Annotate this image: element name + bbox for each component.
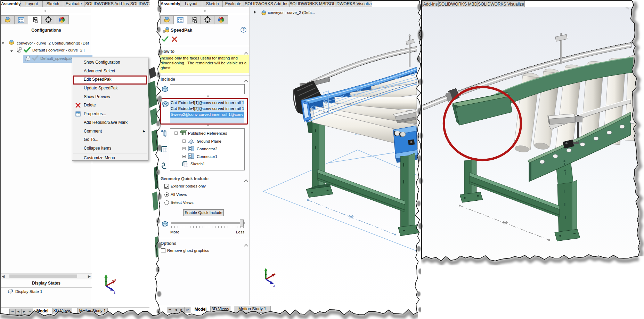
svg-text:?: ? (242, 27, 245, 32)
svg-text:z: z (114, 290, 115, 294)
svg-text:conveyor - curve_2 (Defa...: conveyor - curve_2 (Defa... (268, 10, 315, 15)
svg-text:C: C (189, 147, 191, 151)
svg-text:x: x (114, 278, 116, 282)
svg-text:C: C (189, 154, 191, 158)
svg-text:x: x (274, 271, 276, 275)
svg-text:z: z (273, 284, 275, 287)
